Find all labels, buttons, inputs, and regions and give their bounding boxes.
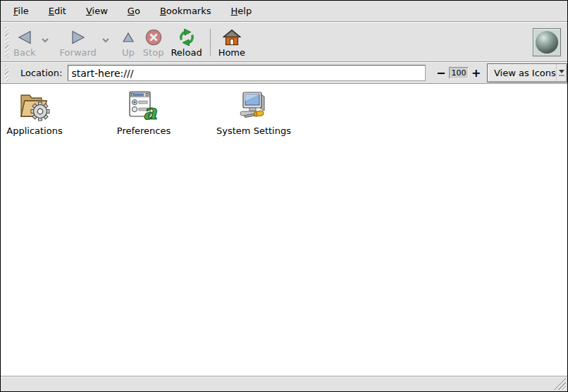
svg-text:a: a xyxy=(143,99,157,122)
system-settings-icon xyxy=(236,89,271,123)
zoom-out-button[interactable]: − xyxy=(436,66,445,80)
up-icon xyxy=(122,28,135,47)
applications-label: Applications xyxy=(6,125,62,136)
menu-bar: File Edit View Go Bookmarks Help xyxy=(1,1,567,22)
up-button[interactable]: Up xyxy=(119,25,137,59)
view-mode-label: View as Icons xyxy=(488,68,556,78)
file-manager-window: File Edit View Go Bookmarks Help Back xyxy=(0,0,568,392)
resize-grip[interactable] xyxy=(554,378,566,390)
menu-file[interactable]: File xyxy=(6,4,36,18)
menu-view-label: iew xyxy=(92,6,108,16)
menu-view[interactable]: View xyxy=(79,4,115,18)
forward-label: Forward xyxy=(60,48,97,58)
menu-go-label: o xyxy=(135,6,140,16)
toolbar: Back Forward U xyxy=(1,22,567,62)
zoom-in-button[interactable]: + xyxy=(471,66,481,80)
system-settings-label: System Settings xyxy=(216,125,291,136)
applications-item[interactable]: Applications xyxy=(2,89,67,136)
location-label: Location: xyxy=(20,68,62,78)
icon-view: Applications a Preferences xyxy=(1,84,567,376)
reload-label: Reload xyxy=(171,48,202,58)
menu-help-label: elp xyxy=(237,6,252,16)
toolbar-grip[interactable] xyxy=(5,27,8,58)
menu-edit-label: dit xyxy=(54,6,66,16)
preferences-capplet-icon: a xyxy=(127,89,161,123)
up-label: Up xyxy=(122,48,135,58)
zoom-level-indicator[interactable]: 100 xyxy=(449,67,469,79)
preferences-label: Preferences xyxy=(117,125,171,136)
menu-go[interactable]: Go xyxy=(121,4,147,18)
location-bar: Location: − 100 + View as Icons xyxy=(1,62,567,84)
menu-bookmarks[interactable]: Bookmarks xyxy=(153,4,218,18)
menu-bookmarks-label: ookmarks xyxy=(166,6,211,16)
status-bar xyxy=(1,376,567,391)
reload-button[interactable]: Reload xyxy=(168,25,204,59)
menu-go-mnemonic: G xyxy=(128,6,135,16)
menu-help-mnemonic: H xyxy=(231,6,238,16)
back-label: Back xyxy=(13,48,36,58)
location-input[interactable] xyxy=(68,65,426,81)
back-button[interactable]: Back xyxy=(11,25,39,59)
menu-edit-mnemonic: E xyxy=(49,6,54,16)
forward-history-dropdown[interactable] xyxy=(99,32,112,46)
system-settings-item[interactable]: System Settings xyxy=(212,89,295,136)
throbber-globe-icon xyxy=(536,31,558,54)
menu-help[interactable]: Help xyxy=(224,4,259,18)
location-bar-grip[interactable] xyxy=(5,65,8,81)
menu-view-mnemonic: V xyxy=(86,6,92,16)
stop-icon xyxy=(145,28,162,47)
toolbar-separator xyxy=(210,29,211,56)
forward-button[interactable]: Forward xyxy=(57,25,99,59)
throbber-button[interactable] xyxy=(533,28,561,56)
back-icon xyxy=(17,28,32,47)
menu-file-label: ile xyxy=(18,6,29,16)
stop-button[interactable]: Stop xyxy=(140,25,167,59)
home-button[interactable]: Home xyxy=(216,25,248,59)
menu-edit[interactable]: Edit xyxy=(42,4,73,18)
reload-icon xyxy=(178,28,196,47)
home-icon xyxy=(223,28,241,47)
applications-folder-icon xyxy=(18,89,51,123)
home-label: Home xyxy=(218,48,245,58)
dropdown-indicator-icon xyxy=(556,64,567,82)
forward-icon xyxy=(70,28,86,47)
view-mode-dropdown[interactable]: View as Icons xyxy=(487,63,567,82)
back-history-dropdown[interactable] xyxy=(39,32,51,46)
menu-bookmarks-mnemonic: B xyxy=(160,6,166,16)
stop-label: Stop xyxy=(143,48,164,58)
preferences-item[interactable]: a Preferences xyxy=(111,89,176,136)
chevron-down-icon xyxy=(101,37,110,43)
chevron-down-icon xyxy=(41,37,49,43)
